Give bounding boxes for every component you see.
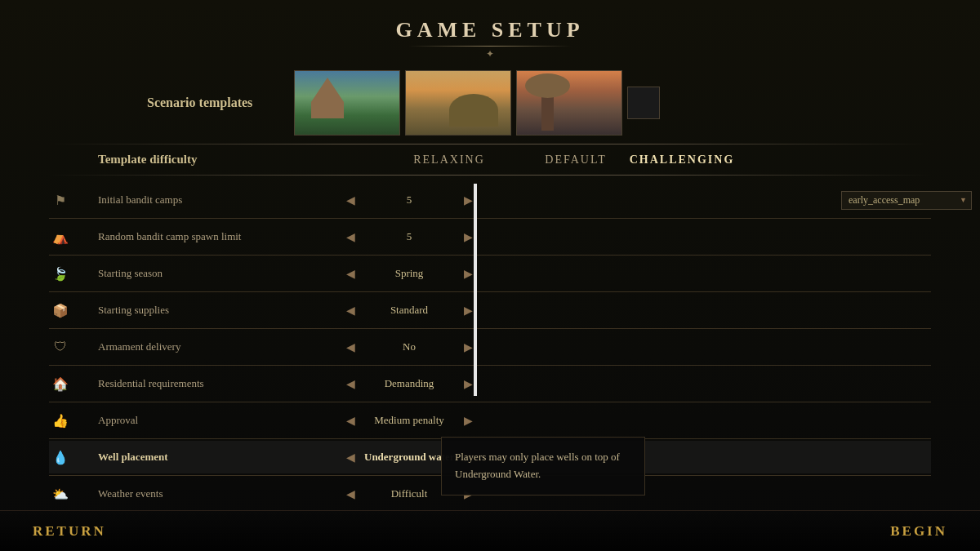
armament-delivery-label: Armament delivery (98, 340, 343, 353)
starting-supplies-control: ◀ Standard ▶ (343, 303, 490, 318)
setting-row-approval: 👍 Approval ◀ Medium penalty ▶ (49, 404, 931, 437)
well-placement-icon: 💧 (49, 446, 72, 469)
starting-season-label: Starting season (98, 267, 343, 280)
row-divider-3 (49, 291, 931, 292)
bandit-camps-icon: ⚑ (49, 189, 72, 211)
approval-label: Approval (98, 414, 343, 427)
header-divider (408, 46, 572, 47)
residential-icon: 🏠 (49, 372, 72, 395)
well-placement-decrease[interactable]: ◀ (343, 450, 358, 464)
residential-control: ◀ Demanding ▶ (343, 376, 490, 391)
starting-supplies-icon: 📦 (49, 299, 72, 322)
difficulty-relaxing[interactable]: RELAXING (376, 153, 523, 167)
well-placement-label: Well placement (98, 451, 343, 464)
row-divider-6 (49, 402, 931, 402)
map-dropdown[interactable]: early_access_map (841, 191, 972, 210)
row-divider-5 (49, 365, 931, 366)
scenario-label: Scenario templates (147, 96, 278, 110)
residential-decrease[interactable]: ◀ (343, 376, 358, 391)
bandit-camps-label: Initial bandit camps (98, 193, 343, 207)
header: GAME SETUP ✦ (0, 0, 980, 60)
tooltip-popup: Players may only place wells on top of U… (441, 437, 645, 495)
scenario-templates-section: Scenario templates (0, 60, 980, 136)
difficulty-challenging[interactable]: CHALLENGING (629, 153, 735, 167)
weather-events-icon: ⛅ (49, 482, 72, 505)
header-ornament: ✦ (0, 48, 980, 60)
armament-delivery-decrease[interactable]: ◀ (343, 340, 358, 354)
setting-row-starting-supplies: 📦 Starting supplies ◀ Standard ▶ (49, 294, 931, 327)
row-divider-1 (49, 218, 931, 219)
random-bandit-control: ◀ 5 ▶ (343, 229, 490, 244)
random-bandit-decrease[interactable]: ◀ (343, 229, 358, 244)
scenario-image-3[interactable] (516, 70, 622, 136)
approval-control: ◀ Medium penalty ▶ (343, 413, 490, 428)
game-setup-page: GAME SETUP ✦ Scenario templates Template… (0, 0, 980, 551)
setting-row-residential: 🏠 Residential requirements ◀ Demanding ▶ (49, 367, 931, 400)
scenario-image-placeholder (627, 87, 660, 119)
approval-decrease[interactable]: ◀ (343, 413, 358, 428)
row-divider-2 (49, 255, 931, 256)
bandit-camps-decrease[interactable]: ◀ (343, 193, 358, 207)
weather-events-decrease[interactable]: ◀ (343, 487, 358, 501)
begin-button[interactable]: BEGIN (890, 523, 947, 540)
setting-row-initial-bandit-camps: ⚑ Initial bandit camps ◀ 5 ▶ early_acces… (49, 184, 931, 216)
row-divider-4 (49, 328, 931, 329)
map-dropdown-value: early_access_map (849, 194, 920, 207)
starting-season-icon: 🍃 (49, 262, 72, 285)
approval-increase[interactable]: ▶ (461, 413, 475, 428)
section-divider (49, 144, 931, 144)
scenario-image-2[interactable] (405, 70, 511, 136)
starting-season-value: Spring (364, 267, 454, 280)
difficulty-default[interactable]: DEFAULT (523, 153, 629, 167)
random-bandit-value: 5 (364, 230, 454, 243)
setting-row-starting-season: 🍃 Starting season ◀ Spring ▶ (49, 257, 931, 290)
settings-area: ⚑ Initial bandit camps ◀ 5 ▶ early_acces… (0, 184, 980, 510)
armament-delivery-value: No (364, 340, 454, 353)
return-button[interactable]: RETURN (33, 523, 106, 540)
residential-label: Residential requirements (98, 377, 343, 390)
weather-events-label: Weather events (98, 487, 343, 500)
scenario-image-1[interactable] (294, 70, 400, 136)
bandit-camps-control: ◀ 5 ▶ (343, 193, 490, 207)
difficulty-header: Template difficulty RELAXING DEFAULT CHA… (0, 153, 980, 167)
starting-supplies-value: Standard (364, 304, 454, 317)
vertical-divider-bar (474, 184, 477, 396)
setting-row-random-bandit-spawn: ⛺ Random bandit camp spawn limit ◀ 5 ▶ (49, 220, 931, 253)
residential-value: Demanding (364, 377, 454, 390)
bandit-camps-value: 5 (364, 193, 454, 207)
page-title: GAME SETUP (0, 18, 980, 42)
random-bandit-icon: ⛺ (49, 225, 72, 248)
armament-delivery-control: ◀ No ▶ (343, 340, 490, 354)
bottom-bar: RETURN BEGIN (0, 510, 980, 551)
starting-season-control: ◀ Spring ▶ (343, 266, 490, 281)
starting-supplies-label: Starting supplies (98, 304, 343, 317)
starting-season-decrease[interactable]: ◀ (343, 266, 358, 281)
scenario-images (294, 70, 660, 136)
setting-row-armament-delivery: 🛡 Armament delivery ◀ No ▶ (49, 331, 931, 363)
armament-delivery-icon: 🛡 (49, 335, 72, 358)
approval-value: Medium penalty (364, 414, 454, 427)
template-difficulty-label: Template difficulty (98, 153, 376, 167)
approval-icon: 👍 (49, 409, 72, 432)
starting-supplies-decrease[interactable]: ◀ (343, 303, 358, 318)
difficulty-divider (49, 175, 931, 176)
random-bandit-label: Random bandit camp spawn limit (98, 230, 343, 243)
tooltip-text: Players may only place wells on top of U… (455, 449, 631, 483)
